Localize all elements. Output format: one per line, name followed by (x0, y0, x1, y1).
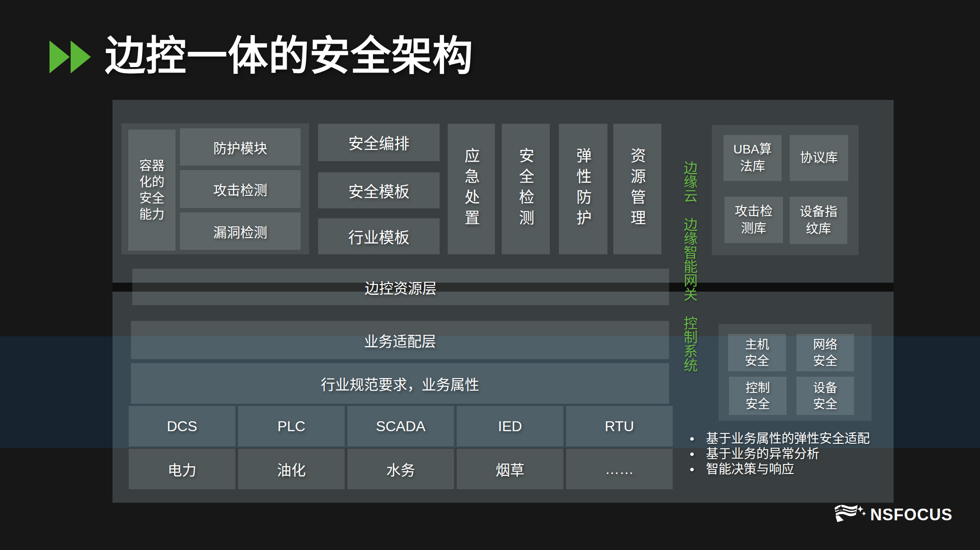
slide: 边控一体的安全架构 容器 化的 安全 能力 防护模块 攻击检测 漏洞检测 安全编… (0, 0, 980, 550)
feature-bullets: 基于业务属性的弹性安全适配 基于业务的异常分析 智能决策与响应 (685, 431, 897, 477)
industry-cell-oil: 油化 (238, 449, 345, 489)
flag-icon (833, 502, 867, 527)
containerized-capability-label: 容器 化的 安全 能力 (128, 130, 175, 251)
bullet-item: 基于业务的异常分析 (685, 446, 897, 462)
security-orchestration-box: 安全编排 (318, 124, 440, 161)
attack-detection-library-box: 攻击检 测库 (724, 197, 783, 243)
edge-cloud-label: 边缘云 (680, 159, 698, 204)
title-chevrons-icon (49, 39, 94, 75)
protocol-cell-dcs: DCS (129, 406, 235, 446)
industry-cell-power: 电力 (129, 449, 235, 489)
protocol-library-box: 协议库 (790, 135, 848, 181)
industry-requirements-layer: 行业规范要求，业务属性 (131, 363, 669, 404)
elastic-protection-column: 弹性防护 (559, 124, 607, 254)
protection-module-box: 防护模块 (180, 128, 301, 166)
nsfocus-logo: NSFOCUS (833, 502, 953, 527)
device-fingerprint-library-box: 设备指 纹库 (790, 197, 847, 244)
security-detection-column: 安全检测 (502, 124, 550, 254)
control-system-label: 控制系统 (680, 314, 698, 374)
resource-management-column: 资源管理 (613, 124, 661, 254)
attack-detection-box: 攻击检测 (180, 170, 301, 208)
industry-cell-more: …… (566, 449, 673, 489)
uba-algorithm-library-box: UBA算 法库 (724, 135, 782, 181)
protocol-cell-plc: PLC (238, 406, 345, 446)
industry-cell-water: 水务 (347, 449, 454, 489)
protocol-cell-ied: IED (457, 406, 563, 446)
logo-text: NSFOCUS (870, 505, 953, 524)
vulnerability-detection-box: 漏洞检测 (180, 212, 301, 250)
edge-intelligent-gateway-label: 边缘智能网关 (680, 215, 698, 303)
industry-cell-tobacco: 烟草 (457, 449, 563, 489)
business-adaptation-layer: 业务适配层 (131, 321, 669, 359)
protocol-cell-scada: SCADA (347, 406, 454, 446)
industry-template-box: 行业模板 (318, 218, 440, 254)
edge-control-resource-layer: 边控资源层 (132, 269, 669, 305)
device-security-box: 设备 安全 (796, 377, 854, 415)
control-security-box: 控制 安全 (729, 377, 787, 415)
security-template-box: 安全模板 (318, 172, 440, 208)
page-title: 边控一体的安全架构 (105, 33, 473, 78)
bullet-item: 基于业务属性的弹性安全适配 (685, 431, 897, 446)
bullet-item: 智能决策与响应 (685, 462, 897, 477)
network-security-box: 网络 安全 (796, 334, 854, 371)
emergency-response-column: 应急处置 (448, 124, 495, 254)
protocol-cell-rtu: RTU (566, 406, 673, 446)
host-security-box: 主机 安全 (728, 334, 786, 371)
